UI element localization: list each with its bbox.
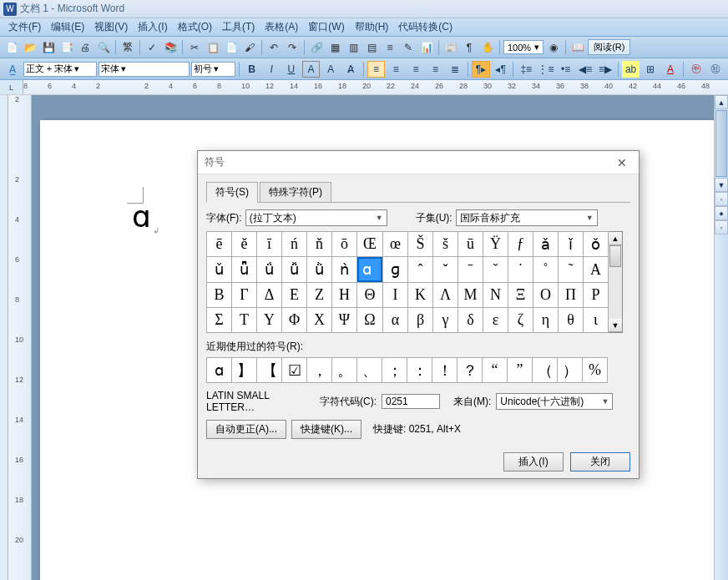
symbol-cell[interactable]: ι: [584, 308, 609, 333]
insert-table-icon[interactable]: ▥: [345, 39, 361, 56]
font-dropdown[interactable]: (拉丁文本)▼: [245, 209, 387, 226]
symbol-cell[interactable]: ˜: [559, 257, 584, 283]
enclose-button[interactable]: ㊓: [706, 61, 725, 78]
grid-scroll-down-icon[interactable]: ▼: [609, 319, 622, 332]
grid-scroll-thumb[interactable]: [609, 245, 621, 267]
recent-cell[interactable]: ：: [407, 358, 432, 383]
symbol-cell[interactable]: ě: [232, 232, 257, 257]
symbol-cell[interactable]: ū: [458, 232, 483, 257]
symbol-cell[interactable]: Η: [332, 283, 357, 308]
symbol-cell[interactable]: Ÿ: [483, 232, 508, 257]
symbol-cell[interactable]: Μ: [458, 283, 483, 308]
tab-symbols[interactable]: 符号(S): [206, 182, 258, 203]
next-page-icon[interactable]: ◦: [715, 220, 728, 235]
menu-item[interactable]: 编辑(E): [46, 18, 89, 36]
recent-cell[interactable]: ？: [458, 358, 483, 383]
menu-item[interactable]: 帮助(H): [350, 18, 394, 36]
symbol-cell[interactable]: η: [533, 308, 559, 333]
symbol-cell[interactable]: Δ: [257, 283, 282, 308]
symbol-cell[interactable]: ˘: [483, 257, 508, 283]
recent-cell[interactable]: ）: [558, 358, 583, 383]
zoom-select[interactable]: 100%▾: [503, 40, 543, 54]
format-painter-icon[interactable]: 🖌: [241, 39, 258, 56]
columns-icon[interactable]: ≡: [382, 39, 398, 56]
symbol-cell[interactable]: ň: [307, 232, 332, 257]
symbol-cell[interactable]: Γ: [232, 283, 257, 308]
close-button[interactable]: 关闭: [570, 452, 630, 472]
scroll-down-icon[interactable]: ▼: [715, 178, 728, 192]
symbol-cell[interactable]: δ: [458, 308, 483, 333]
symbol-cell[interactable]: ǘ: [257, 257, 282, 283]
symbol-cell[interactable]: ǎ: [533, 232, 559, 257]
menu-item[interactable]: 文件(F): [3, 18, 46, 36]
recent-cell[interactable]: ！: [432, 358, 458, 383]
symbol-cell[interactable]: Ψ: [332, 308, 357, 333]
font-select[interactable]: 宋体▾: [99, 62, 189, 77]
help-icon[interactable]: ◉: [545, 39, 562, 56]
open-icon[interactable]: 📂: [22, 39, 38, 56]
showmarks-icon[interactable]: ¶: [461, 39, 478, 56]
symbol-cell[interactable]: Ι: [383, 283, 408, 308]
symbol-cell[interactable]: ˇ: [433, 257, 458, 283]
linespace-button[interactable]: ‡≡: [517, 61, 535, 78]
menu-item[interactable]: 窗口(W): [303, 18, 349, 36]
symbol-cell[interactable]: Ο: [533, 283, 559, 308]
drawing-icon[interactable]: ✎: [400, 39, 417, 56]
new-icon[interactable]: 📄: [3, 39, 20, 56]
symbol-cell[interactable]: ē: [207, 232, 232, 257]
cut-icon[interactable]: ✂: [186, 39, 203, 56]
symbol-cell[interactable]: ζ: [508, 308, 533, 333]
trad-icon[interactable]: 繁: [119, 39, 136, 56]
symbol-cell[interactable]: ˙: [508, 257, 533, 283]
redo-icon[interactable]: ↷: [284, 39, 301, 56]
symbol-cell[interactable]: Œ: [357, 232, 383, 257]
symbol-cell[interactable]: Τ: [232, 308, 257, 333]
tab-special[interactable]: 特殊字符(P): [260, 182, 331, 203]
vertical-scrollbar[interactable]: ▲ ▼ ◦ ● ◦: [714, 95, 728, 580]
symbol-grid[interactable]: ēěīńňōŒœŠšūŸƒǎǐǒǔǖǘǚǜǹɑɡˆˇˉ˘˙˚˜ΑΒΓΔΕΖΗΘΙ…: [206, 231, 609, 333]
shortcut-button[interactable]: 快捷键(K)...: [291, 420, 361, 439]
bullets-button[interactable]: •≡: [557, 61, 575, 78]
preview-icon[interactable]: 🔍: [95, 39, 112, 56]
menu-item[interactable]: 格式(O): [173, 18, 217, 36]
charfmt-button[interactable]: A: [321, 61, 340, 78]
phonetic-button[interactable]: ㊥: [687, 61, 705, 78]
symbol-cell[interactable]: γ: [433, 308, 458, 333]
copy-icon[interactable]: 📋: [205, 39, 221, 56]
table-borders-icon[interactable]: ▦: [326, 39, 343, 56]
hyperlink-icon[interactable]: 🔗: [308, 39, 325, 56]
align-left-button[interactable]: ≡: [367, 61, 386, 78]
grid-scroll-up-icon[interactable]: ▲: [609, 232, 622, 245]
recent-cell[interactable]: ；: [382, 358, 407, 383]
symbol-cell[interactable]: Ν: [483, 283, 508, 308]
indent-dec-button[interactable]: ◀≡: [576, 61, 594, 78]
ltr-button[interactable]: ¶▸: [472, 61, 490, 78]
recent-cell[interactable]: 】: [232, 358, 257, 383]
menu-item[interactable]: 视图(V): [89, 18, 133, 36]
chart-icon[interactable]: 📊: [418, 39, 435, 56]
symbol-cell[interactable]: β: [408, 308, 433, 333]
recent-cell[interactable]: %: [583, 358, 608, 383]
symbol-cell[interactable]: Χ: [307, 308, 332, 333]
recent-cell[interactable]: “: [483, 358, 508, 383]
outline-button[interactable]: A: [302, 61, 321, 78]
docmap-icon[interactable]: 📰: [442, 39, 459, 56]
styles-icon[interactable]: A̲: [3, 61, 22, 78]
prev-page-icon[interactable]: ◦: [715, 192, 728, 206]
symbol-cell[interactable]: Β: [207, 283, 232, 308]
recent-cell[interactable]: 、: [357, 358, 382, 383]
symbol-cell[interactable]: ǚ: [282, 257, 307, 283]
highlight-button[interactable]: ab: [622, 61, 640, 78]
charborder-button[interactable]: A̷: [341, 61, 360, 78]
book-icon[interactable]: 📖: [569, 39, 586, 56]
recent-cell[interactable]: （: [533, 358, 558, 383]
paste-icon[interactable]: 📄: [223, 39, 240, 56]
symbol-cell[interactable]: Š: [408, 232, 433, 257]
menu-item[interactable]: 插入(I): [133, 18, 172, 36]
symbol-cell[interactable]: š: [433, 232, 458, 257]
recent-cell[interactable]: 。: [332, 358, 357, 383]
symbol-cell[interactable]: ǖ: [232, 257, 257, 283]
numbering-button[interactable]: ⋮≡: [537, 61, 555, 78]
grid-scrollbar[interactable]: ▲ ▼: [609, 231, 623, 333]
symbol-cell[interactable]: ˉ: [458, 257, 483, 283]
